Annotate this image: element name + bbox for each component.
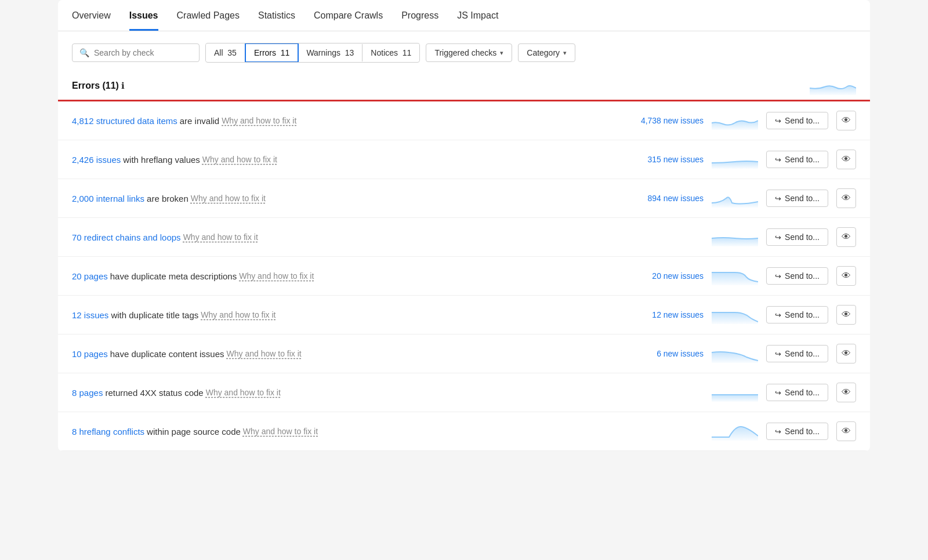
issue-meta: ↪ Send to... 👁: [640, 421, 856, 441]
nav-js-impact[interactable]: JS Impact: [457, 10, 498, 31]
send-icon: ↪: [775, 350, 781, 358]
category-label: Category: [527, 48, 560, 57]
issue-row: 70 redirect chains and loops Why and how…: [58, 218, 870, 257]
issue-row: 10 pages have duplicate content issues W…: [58, 334, 870, 373]
send-icon: ↪: [775, 388, 781, 397]
eye-icon: 👁: [842, 348, 851, 359]
filter-group: All 35 Errors 11 Warnings 13 Notices 11: [205, 43, 420, 63]
eye-button[interactable]: 👁: [836, 344, 856, 363]
main-nav: Overview Issues Crawled Pages Statistics…: [58, 0, 870, 31]
issue-fix-link[interactable]: Why and how to fix it: [206, 388, 281, 397]
issue-fix-link[interactable]: Why and how to fix it: [243, 427, 318, 436]
send-to-button[interactable]: ↪ Send to...: [766, 384, 828, 401]
issue-text: 70 redirect chains and loops Why and how…: [72, 232, 633, 242]
issue-meta: ↪ Send to... 👁: [640, 383, 856, 402]
issue-fix-link[interactable]: Why and how to fix it: [222, 116, 296, 125]
issue-link[interactable]: 2,426 issues: [72, 155, 121, 165]
issue-description: with duplicate title tags: [111, 310, 198, 320]
nav-statistics[interactable]: Statistics: [258, 10, 295, 31]
send-to-button[interactable]: ↪ Send to...: [766, 190, 828, 207]
nav-progress[interactable]: Progress: [401, 10, 438, 31]
eye-icon: 👁: [842, 154, 851, 165]
send-to-button[interactable]: ↪ Send to...: [766, 228, 828, 246]
eye-button[interactable]: 👁: [836, 266, 856, 286]
issue-link[interactable]: 12 issues: [72, 310, 108, 320]
nav-issues[interactable]: Issues: [129, 10, 158, 31]
send-icon: ↪: [775, 427, 781, 436]
issue-fix-link[interactable]: Why and how to fix it: [183, 232, 258, 242]
issue-text: 10 pages have duplicate content issues W…: [72, 349, 633, 359]
issue-description: are invalid: [180, 116, 219, 126]
search-icon: 🔍: [79, 48, 89, 57]
issue-description: are broken: [147, 194, 188, 203]
send-to-button[interactable]: ↪ Send to...: [766, 151, 828, 168]
filter-notices[interactable]: Notices 11: [362, 44, 419, 61]
eye-icon: 👁: [842, 271, 851, 281]
eye-icon: 👁: [842, 193, 851, 203]
send-to-button[interactable]: ↪ Send to...: [766, 345, 828, 362]
issue-description: with hreflang values: [123, 155, 200, 165]
issue-fix-link[interactable]: Why and how to fix it: [202, 155, 277, 164]
issue-meta: 894 new issues ↪ Send to... 👁: [640, 188, 856, 208]
eye-button[interactable]: 👁: [836, 150, 856, 169]
issue-text: 2,426 issues with hreflang values Why an…: [72, 155, 633, 165]
eye-button[interactable]: 👁: [836, 383, 856, 402]
filter-errors[interactable]: Errors 11: [245, 43, 299, 63]
issue-row: 12 issues with duplicate title tags Why …: [58, 296, 870, 334]
issue-text: 2,000 internal links are broken Why and …: [72, 194, 633, 203]
issue-meta: 4,738 new issues ↪ Send to... 👁: [640, 111, 856, 130]
issue-link[interactable]: 8 pages: [72, 388, 103, 398]
sparkline: [712, 344, 758, 363]
send-to-button[interactable]: ↪ Send to...: [766, 267, 828, 285]
issue-fix-link[interactable]: Why and how to fix it: [191, 194, 266, 203]
issue-link[interactable]: 2,000 internal links: [72, 194, 144, 203]
category-dropdown[interactable]: Category ▾: [518, 43, 575, 62]
issue-row: 8 hreflang conflicts within page source …: [58, 412, 870, 451]
eye-icon: 👁: [842, 232, 851, 242]
eye-button[interactable]: 👁: [836, 305, 856, 325]
filter-warnings[interactable]: Warnings 13: [298, 44, 362, 61]
issue-fix-link[interactable]: Why and how to fix it: [201, 310, 276, 319]
eye-icon: 👁: [842, 387, 851, 398]
filter-all[interactable]: All 35: [206, 44, 245, 61]
issue-fix-link[interactable]: Why and how to fix it: [227, 349, 302, 358]
issue-description: within page source code: [147, 427, 241, 437]
nav-crawled-pages[interactable]: Crawled Pages: [177, 10, 240, 31]
issue-fix-link[interactable]: Why and how to fix it: [239, 271, 314, 281]
send-to-button[interactable]: ↪ Send to...: [766, 112, 828, 129]
issue-meta: 315 new issues ↪ Send to... 👁: [640, 150, 856, 169]
triggered-checks-label: Triggered checks: [434, 48, 496, 57]
issue-link[interactable]: 8 hreflang conflicts: [72, 427, 144, 437]
new-issues-count: 4,738 new issues: [640, 116, 704, 125]
issue-description: have duplicate meta descriptions: [110, 271, 237, 281]
eye-button[interactable]: 👁: [836, 188, 856, 208]
search-input[interactable]: [94, 48, 192, 57]
issue-link[interactable]: 70 redirect chains and loops: [72, 232, 181, 242]
section-sparkline: [810, 77, 856, 95]
triggered-checks-dropdown[interactable]: Triggered checks ▾: [426, 43, 512, 62]
eye-button[interactable]: 👁: [836, 227, 856, 247]
issue-text: 4,812 structured data items are invalid …: [72, 116, 633, 126]
info-icon[interactable]: ℹ: [121, 81, 125, 90]
send-to-button[interactable]: ↪ Send to...: [766, 306, 828, 323]
issue-link[interactable]: 20 pages: [72, 271, 108, 281]
eye-icon: 👁: [842, 426, 851, 437]
sparkline: [712, 111, 758, 130]
send-to-button[interactable]: ↪ Send to...: [766, 423, 828, 440]
new-issues-count: 315 new issues: [640, 155, 704, 164]
sparkline: [712, 267, 758, 285]
eye-button[interactable]: 👁: [836, 111, 856, 130]
issue-link[interactable]: 10 pages: [72, 349, 108, 359]
nav-compare-crawls[interactable]: Compare Crawls: [314, 10, 383, 31]
issue-meta: 20 new issues ↪ Send to... 👁: [640, 266, 856, 286]
sparkline: [712, 150, 758, 169]
send-icon: ↪: [775, 117, 781, 125]
send-icon: ↪: [775, 272, 781, 281]
issue-row: 8 pages returned 4XX status code Why and…: [58, 373, 870, 412]
sparkline: [712, 228, 758, 246]
issue-link[interactable]: 4,812 structured data items: [72, 116, 177, 126]
new-issues-count: 20 new issues: [640, 271, 704, 281]
eye-button[interactable]: 👁: [836, 421, 856, 441]
issue-text: 8 pages returned 4XX status code Why and…: [72, 388, 633, 398]
nav-overview[interactable]: Overview: [72, 10, 111, 31]
